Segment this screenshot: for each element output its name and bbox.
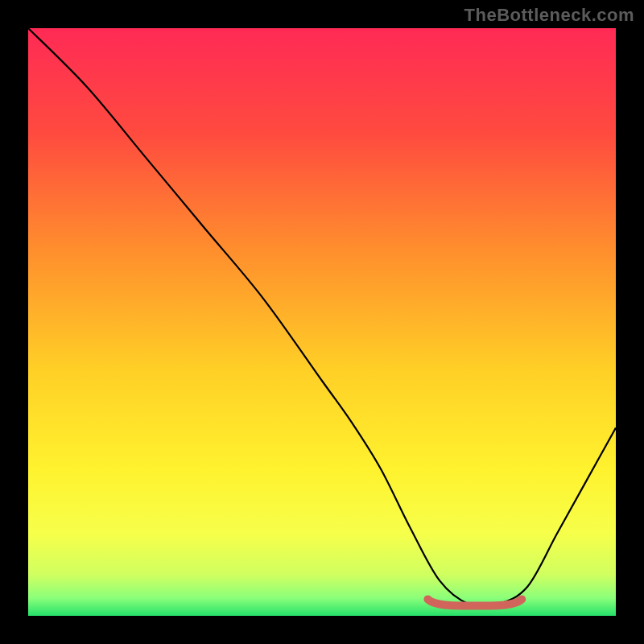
watermark-text: TheBottleneck.com [464, 5, 634, 26]
optimal-range-highlight [28, 28, 616, 616]
plot-area [28, 28, 616, 616]
chart-container: TheBottleneck.com [0, 0, 644, 644]
